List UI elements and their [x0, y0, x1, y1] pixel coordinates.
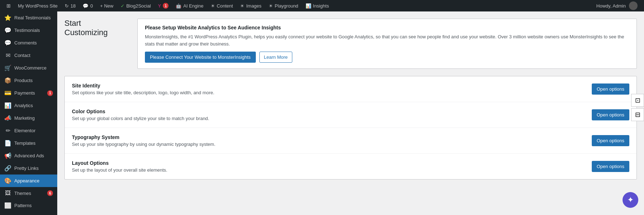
- comments-icon: 💬: [83, 3, 88, 9]
- testimonials-icon: 💬: [4, 27, 11, 34]
- right-float-btn-2[interactable]: ⊟: [631, 108, 644, 121]
- elementor-icon: ✏: [4, 127, 11, 134]
- howdy-label: Howdy, Admin: [596, 3, 626, 9]
- site-name-link[interactable]: My WordPress Site: [15, 0, 60, 11]
- ai-fab-button[interactable]: ✦: [623, 192, 638, 208]
- sidebar-label-real-testimonials: Real Testimonials: [14, 15, 51, 20]
- appearance-icon: 🎨: [4, 177, 11, 184]
- ai-engine-icon: 🤖: [176, 3, 181, 9]
- page-title: StartCustomizing: [64, 19, 129, 69]
- option-title-1: Color Options: [72, 109, 209, 114]
- insights-icon: 📊: [306, 3, 311, 9]
- sidebar-label-contact: Contact: [14, 53, 30, 58]
- option-title-2: Typography System: [72, 134, 215, 140]
- open-options-button-1[interactable]: Open options: [592, 109, 629, 120]
- playground-link[interactable]: ☀ Playground: [266, 0, 301, 11]
- sidebar-label-patterns: Patterns: [14, 203, 31, 208]
- site-menu[interactable]: ⊞: [4, 0, 14, 11]
- insights-link[interactable]: 📊 Insights: [303, 0, 332, 11]
- sidebar-item-appearance[interactable]: 🎨Appearance: [0, 175, 57, 187]
- sidebar-item-pretty-links[interactable]: 🔗Pretty Links: [0, 162, 57, 175]
- templates-icon: 📄: [4, 140, 11, 147]
- playground-label: Playground: [275, 3, 298, 9]
- ai-fab-icon: ✦: [627, 195, 634, 205]
- sidebar-item-woocommerce[interactable]: 🛒WooCommerce: [0, 62, 57, 74]
- updates-icon: ↻: [65, 3, 69, 9]
- site-name-label: My WordPress Site: [18, 3, 58, 9]
- open-options-button-2[interactable]: Open options: [592, 135, 629, 146]
- payments-icon: 💳: [4, 90, 11, 96]
- sidebar-item-templates[interactable]: 📄Templates: [0, 137, 57, 149]
- comments-icon: 💬: [4, 39, 11, 46]
- analytics-icon: 📊: [4, 102, 11, 109]
- user-avatar: [629, 1, 638, 10]
- howdy-menu[interactable]: Howdy, Admin: [594, 0, 640, 11]
- sidebar-label-pretty-links: Pretty Links: [14, 166, 39, 171]
- option-info-0: Site IdentitySet options like your site …: [72, 83, 214, 95]
- sidebar-item-testimonials[interactable]: 💬Testimonials: [0, 24, 57, 37]
- insights-label: Insights: [313, 3, 329, 9]
- sidebar-label-marketing: Marketing: [14, 115, 35, 121]
- products-icon: 📦: [4, 77, 11, 84]
- sidebar-badge-payments: 1: [47, 90, 53, 96]
- sidebar-item-real-testimonials[interactable]: ⭐Real Testimonials: [0, 11, 57, 24]
- option-info-3: Layout OptionsSet up the layout of your …: [72, 160, 167, 173]
- option-row-3: Layout OptionsSet up the layout of your …: [65, 154, 636, 179]
- customizer-options-list: Site IdentitySet options like your site …: [64, 76, 637, 180]
- content-link[interactable]: ☀ Content: [208, 0, 236, 11]
- blog2social-link[interactable]: ✓ Blog2Social: [118, 0, 154, 11]
- sidebar-label-templates: Templates: [14, 140, 35, 146]
- comments-count: 0: [90, 3, 93, 9]
- new-label: + New: [100, 3, 113, 9]
- wp-icon: ⊞: [6, 3, 11, 9]
- images-link[interactable]: ☀ Images: [237, 0, 264, 11]
- yoast-icon: Y: [158, 3, 161, 9]
- content-label: Content: [217, 3, 233, 9]
- sidebar-label-themes: Themes: [14, 191, 31, 196]
- yoast-badge: 1: [163, 3, 169, 9]
- sidebar-item-themes[interactable]: 🖼Themes6: [0, 187, 57, 199]
- sidebar-label-advanced-ads: Advanced Ads: [14, 153, 44, 158]
- option-title-3: Layout Options: [72, 160, 167, 166]
- connect-monsterinsights-button[interactable]: Please Connect Your Website to MonsterIn…: [145, 52, 256, 63]
- right-float-btn-1[interactable]: ⊡: [631, 94, 644, 107]
- updates-link[interactable]: ↻ 18: [62, 0, 78, 11]
- sidebar-item-products[interactable]: 📦Products: [0, 74, 57, 87]
- blog2social-icon: ✓: [121, 3, 125, 9]
- blog2social-label: Blog2Social: [126, 3, 151, 9]
- sidebar-item-elementor[interactable]: ✏Elementor: [0, 124, 57, 137]
- sidebar: ⭐Real Testimonials💬Testimonials💬Comments…: [0, 11, 57, 215]
- images-icon: ☀: [240, 3, 244, 9]
- marketing-icon: 📣: [4, 115, 11, 121]
- sidebar-item-marketing[interactable]: 📣Marketing: [0, 112, 57, 124]
- option-desc-2: Set up your site typography by using our…: [72, 142, 215, 147]
- woocommerce-icon: 🛒: [4, 64, 11, 71]
- yoast-link[interactable]: Y 1: [155, 0, 172, 11]
- sidebar-item-contact[interactable]: ✉Contact: [0, 49, 57, 62]
- analytics-notice-title: Please Setup Website Analytics to See Au…: [145, 25, 629, 30]
- sidebar-item-advanced-ads[interactable]: 📢Advanced Ads: [0, 149, 57, 162]
- sidebar-item-analytics[interactable]: 📊Analytics: [0, 99, 57, 112]
- learn-more-button[interactable]: Learn More: [259, 52, 292, 63]
- sidebar-label-elementor: Elementor: [14, 128, 35, 133]
- analytics-notice-buttons: Please Connect Your Website to MonsterIn…: [145, 52, 629, 63]
- sidebar-item-payments[interactable]: 💳Payments1: [0, 87, 57, 99]
- option-info-2: Typography SystemSet up your site typogr…: [72, 134, 215, 147]
- pretty-links-icon: 🔗: [4, 165, 11, 172]
- sidebar-item-comments[interactable]: 💬Comments: [0, 37, 57, 49]
- themes-icon: 🖼: [4, 190, 11, 196]
- option-desc-0: Set options like your site title, descri…: [72, 90, 214, 95]
- real-testimonials-icon: ⭐: [4, 14, 11, 21]
- option-row-2: Typography SystemSet up your site typogr…: [65, 128, 636, 154]
- analytics-notice-text: MonsterInsights, the #1 WordPress Analyt…: [145, 33, 629, 47]
- new-content-link[interactable]: + New: [97, 0, 116, 11]
- ai-engine-link[interactable]: 🤖 AI Engine: [173, 0, 206, 11]
- sidebar-label-testimonials: Testimonials: [14, 28, 40, 33]
- sidebar-label-analytics: Analytics: [14, 103, 33, 108]
- open-options-button-3[interactable]: Open options: [592, 161, 629, 172]
- main-content: StartCustomizing Please Setup Website An…: [57, 11, 644, 215]
- start-customizing-section: StartCustomizing Please Setup Website An…: [64, 19, 637, 69]
- sidebar-item-patterns[interactable]: ⬜Patterns: [0, 199, 57, 212]
- comments-link[interactable]: 💬 0: [80, 0, 96, 11]
- open-options-button-0[interactable]: Open options: [592, 83, 629, 95]
